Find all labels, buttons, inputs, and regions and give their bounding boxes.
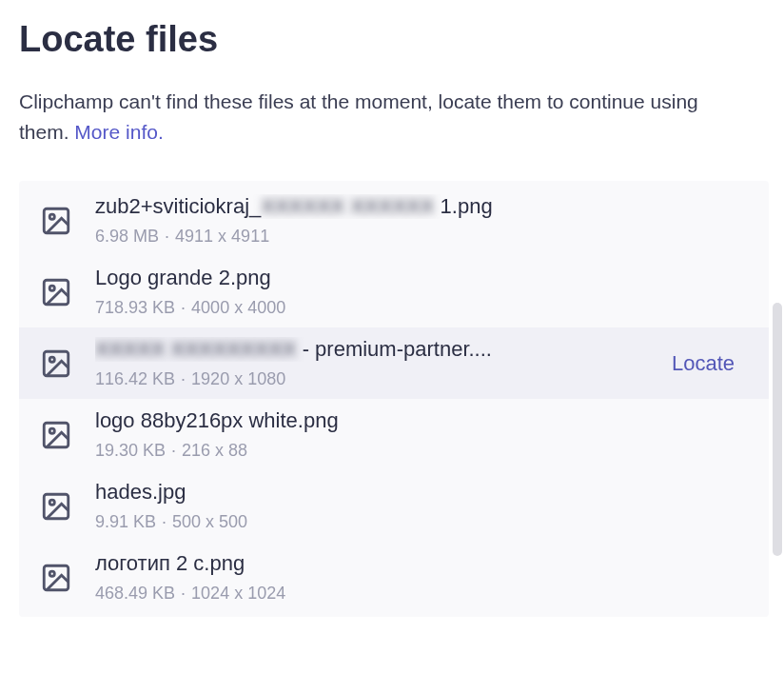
- locate-button[interactable]: Locate: [660, 346, 746, 382]
- svg-point-1: [49, 214, 54, 219]
- page-description: Clipchamp can't find these files at the …: [19, 87, 752, 147]
- image-icon: [40, 276, 72, 308]
- file-info: logo 88by216px white.png 19.30 KB·216 x …: [95, 408, 746, 461]
- file-meta: 19.30 KB·216 x 88: [95, 441, 746, 461]
- file-name: XXXXX XXXXXXXXX - premium-partner....: [95, 337, 590, 362]
- image-icon: [40, 490, 72, 523]
- file-row[interactable]: logo 88by216px white.png 19.30 KB·216 x …: [19, 399, 769, 470]
- file-row[interactable]: hades.jpg 9.91 KB·500 x 500: [19, 470, 769, 542]
- file-info: логотип 2 c.png 468.49 KB·1024 x 1024: [95, 551, 746, 604]
- file-meta: 718.93 KB·4000 x 4000: [95, 298, 746, 318]
- file-name: logo 88by216px white.png: [95, 408, 590, 433]
- file-info: hades.jpg 9.91 KB·500 x 500: [95, 480, 746, 532]
- image-icon: [40, 419, 72, 451]
- more-info-link[interactable]: More info.: [74, 121, 163, 143]
- file-meta: 6.98 MB·4911 x 4911: [95, 227, 746, 247]
- image-icon: [40, 205, 72, 237]
- image-icon: [40, 347, 72, 380]
- svg-point-11: [49, 571, 54, 576]
- file-name: Logo grande 2.png: [95, 266, 590, 290]
- file-info: Logo grande 2.png 718.93 KB·4000 x 4000: [95, 266, 746, 318]
- svg-point-7: [49, 428, 54, 433]
- image-icon: [40, 562, 72, 594]
- svg-point-5: [49, 357, 54, 362]
- svg-point-9: [49, 500, 54, 505]
- page-title: Locate files: [19, 19, 784, 60]
- file-list: zub2+sviticiokraj_XXXXXX XXXXXX 1.png 6.…: [19, 181, 769, 617]
- file-meta: 116.42 KB·1920 x 1080: [95, 369, 660, 389]
- scrollbar-thumb[interactable]: [773, 303, 782, 556]
- svg-point-3: [49, 286, 54, 290]
- file-name: zub2+sviticiokraj_XXXXXX XXXXXX 1.png: [95, 194, 590, 219]
- file-row[interactable]: XXXXX XXXXXXXXX - premium-partner.... 11…: [19, 327, 769, 399]
- file-row[interactable]: Logo grande 2.png 718.93 KB·4000 x 4000: [19, 256, 769, 327]
- file-meta: 9.91 KB·500 x 500: [95, 512, 746, 532]
- file-name: hades.jpg: [95, 480, 590, 505]
- file-row[interactable]: zub2+sviticiokraj_XXXXXX XXXXXX 1.png 6.…: [19, 185, 769, 256]
- file-row[interactable]: логотип 2 c.png 468.49 KB·1024 x 1024: [19, 542, 769, 613]
- file-info: XXXXX XXXXXXXXX - premium-partner.... 11…: [95, 337, 660, 389]
- file-info: zub2+sviticiokraj_XXXXXX XXXXXX 1.png 6.…: [95, 194, 746, 247]
- file-name: логотип 2 c.png: [95, 551, 590, 576]
- scrollbar[interactable]: [773, 181, 782, 617]
- file-meta: 468.49 KB·1024 x 1024: [95, 584, 746, 604]
